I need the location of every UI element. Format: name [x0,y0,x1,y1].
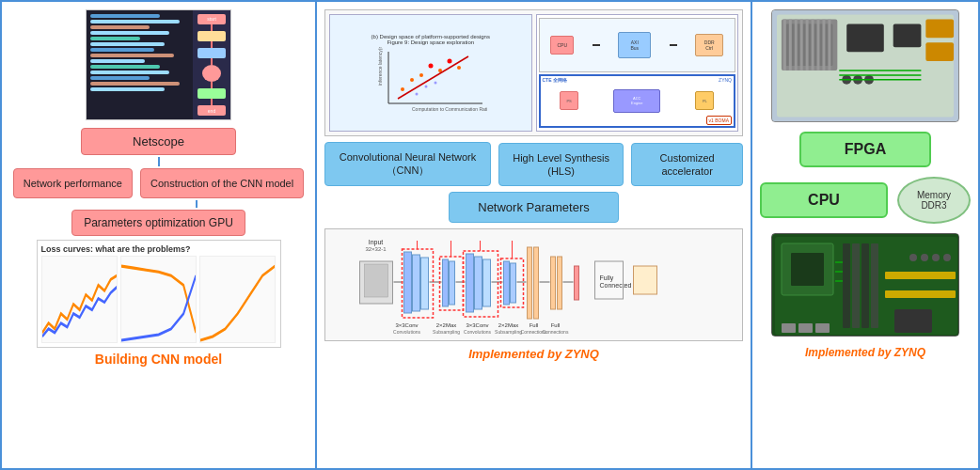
svg-rect-103 [894,309,932,333]
design-images: (b) Design space of platform-supported d… [324,9,743,136]
building-label: Building CNN model [95,352,222,367]
svg-point-10 [424,85,427,87]
design-left-img: (b) Design space of platform-supported d… [329,14,532,132]
code-image: start end [86,9,231,120]
center-implemented-label: Implemented by ZYNQ [468,347,599,361]
loss-image: Loss curves: what are the problems? [37,240,281,348]
svg-text:Subsampling: Subsampling [495,329,522,335]
svg-rect-72 [795,20,798,70]
svg-text:2×2Max: 2×2Max [498,322,519,328]
svg-rect-80 [925,42,954,61]
svg-rect-77 [822,20,825,70]
svg-text:Input: Input [369,239,384,246]
svg-text:32×32-1: 32×32-1 [365,246,387,252]
svg-point-102 [943,254,951,261]
svg-text:Fully: Fully [600,274,614,282]
construction-label: Construction of the CNN model [150,178,293,189]
svg-rect-28 [534,247,539,319]
svg-point-3 [410,78,414,82]
svg-point-100 [921,254,928,261]
connector-down-1 [158,157,160,166]
svg-point-5 [428,63,433,68]
loss-charts [41,256,277,343]
svg-rect-21 [450,261,455,305]
svg-rect-96 [871,243,878,328]
fpga-box: FPGA [799,132,931,167]
svg-rect-25 [504,261,510,305]
svg-rect-70 [783,20,786,70]
svg-rect-94 [852,243,860,328]
memory-line2: DDR3 [921,200,946,211]
hls-box: High Level Synthesis (HLS) [498,143,624,186]
network-performance-box: Network performance [13,168,133,198]
center-panel: (b) Design space of platform-supported d… [317,2,752,468]
svg-rect-23 [475,257,482,309]
code-lines [87,10,193,119]
svg-rect-26 [511,263,516,303]
svg-rect-17 [404,252,412,313]
svg-line-12 [398,56,468,99]
svg-rect-27 [528,247,532,319]
cpu-box: CPU [760,182,888,218]
svg-rect-75 [812,20,814,70]
fpga-cpu-row: CPU Memory DDR3 [760,177,971,224]
svg-rect-20 [443,259,449,306]
left-panel: start end Netscope [2,2,317,468]
svg-rect-92 [791,253,824,286]
cnn-label: Convolutional Neural Network（CNN） [340,151,477,176]
center-blue-boxes: Convolutional Neural Network（CNN） High L… [324,142,743,186]
fpga-label: FPGA [845,141,886,157]
cpu-label: CPU [808,192,840,208]
svg-rect-69 [786,24,833,66]
svg-text:2×2Max: 2×2Max [436,322,457,328]
svg-text:Full: Full [530,322,539,328]
svg-rect-93 [843,243,850,328]
svg-text:inference latency(ms): inference latency(ms) [377,47,383,86]
svg-rect-74 [806,20,809,70]
svg-rect-71 [789,20,792,70]
svg-rect-109 [815,323,830,333]
svg-rect-76 [817,20,820,70]
loss-chart-2 [120,256,197,343]
customized-box: Customized accelerator [631,143,743,186]
svg-rect-16 [365,264,388,297]
memory-bubble: Memory DDR3 [897,177,971,224]
svg-rect-81 [846,24,884,52]
svg-rect-107 [782,323,796,333]
svg-point-11 [434,81,436,84]
svg-text:Subsampling: Subsampling [433,329,460,335]
svg-rect-98 [885,290,956,298]
svg-rect-22 [466,254,474,312]
svg-rect-73 [800,20,803,70]
svg-text:3×3Conv: 3×3Conv [466,322,488,328]
flowchart-side: start end [193,10,230,119]
network-params-label: Network Parameters [478,200,589,214]
netscope-box: Netscope [81,128,236,155]
svg-rect-18 [413,255,420,311]
right-implemented-label: Implemented by ZYNQ [805,346,925,359]
svg-rect-79 [925,20,954,39]
memory-line1: Memory [917,190,951,200]
svg-text:Convolutions: Convolutions [393,329,420,335]
svg-rect-63 [634,266,657,294]
customized-label: Customized accelerator [660,152,715,177]
svg-point-8 [457,66,461,70]
network-performance-label: Network performance [24,178,122,189]
svg-point-101 [932,254,940,261]
loss-chart-1 [41,256,118,343]
svg-rect-82 [893,24,922,47]
svg-rect-19 [421,258,429,309]
svg-point-4 [419,73,423,77]
main-container: start end Netscope [0,0,980,470]
loss-chart-3 [199,256,276,343]
network-construction-row: Network performance Construction of the … [11,168,306,198]
design-right-img: CPU AXIBus DDRCtrl CTE 全网络 ZYNQ PS ACCEn… [536,14,739,132]
board-image-bottom [771,233,959,337]
connector-down-2 [196,200,198,208]
svg-text:Connected: Connected [600,282,632,289]
loss-title: Loss curves: what are the problems? [41,244,277,254]
svg-text:Connections: Connections [543,329,569,335]
svg-text:Full: Full [551,322,561,328]
parameters-label: Parameters optimization GPU [84,216,233,229]
svg-text:Convolutions: Convolutions [464,329,491,335]
